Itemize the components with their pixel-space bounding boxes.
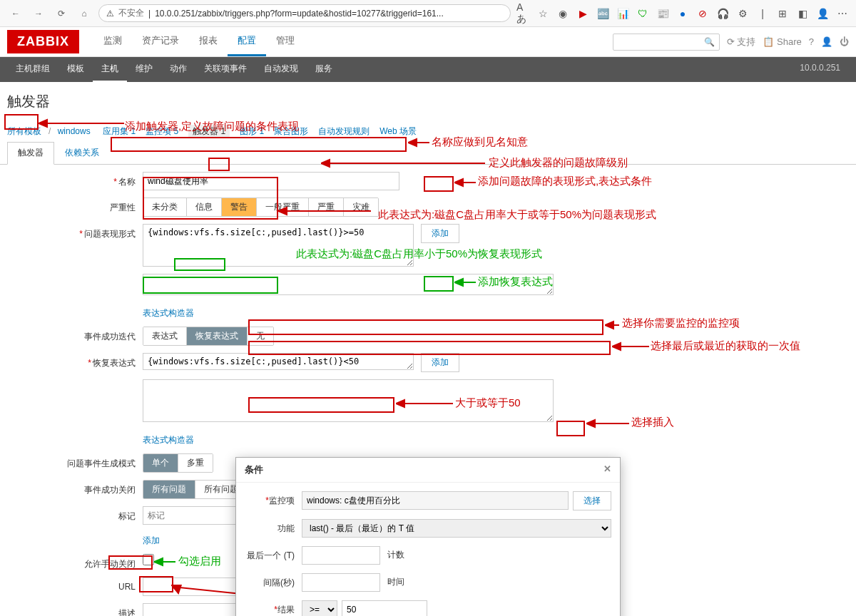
modal-interval-input[interactable] [302,573,380,592]
modal-time-label: 时间 [384,573,404,592]
reader-icon[interactable]: Aあ [516,7,529,20]
tag-label: 标记 [7,506,143,523]
severity-info[interactable]: 信息 [187,198,222,216]
menu-admin[interactable]: 管理 [266,27,305,56]
severity-group: 未分类 信息 警告 一般严重 严重 灾难 [143,197,379,217]
problem-expr-input[interactable] [143,224,414,267]
ext-icon-3[interactable]: ● [676,7,689,20]
crumb-triggers[interactable]: 触发器 1 [188,125,230,138]
problem-gen-single[interactable]: 单个 [143,454,178,472]
condition-modal: 条件 ✕ *监控项 选择 功能 last() - 最后（最近）的 T 值 最后一… [235,457,621,616]
breadcrumb: 所有模板/ windows 应用集 1 监控项 5 触发器 1 图形 1 聚合图… [0,121,856,142]
modal-item-input[interactable] [302,491,569,510]
sub-menu: 主机群组 模板 主机 维护 动作 关联项事件 自动发现 服务 10.0.0.25… [0,57,856,82]
favorite-icon[interactable]: ☆ [536,7,549,20]
menu-config[interactable]: 配置 [228,27,266,56]
help-icon[interactable]: ? [809,36,814,47]
submenu-hosts[interactable]: 主机 [93,57,127,82]
forward-button[interactable]: → [30,5,47,22]
modal-result-value[interactable] [342,600,427,616]
crumb-graphs[interactable]: 图形 1 [240,126,264,136]
event-iter-none[interactable]: 无 [248,327,273,345]
severity-average[interactable]: 一般严重 [257,198,309,216]
logout-icon[interactable]: ⏻ [840,36,849,47]
crumb-web[interactable]: Web 场景 [379,126,417,136]
submenu-discovery[interactable]: 自动发现 [255,57,307,82]
translate-icon[interactable]: 🔤 [596,7,609,20]
name-input[interactable] [143,172,399,190]
support-link[interactable]: ⟳ 支持 [727,36,756,48]
crumb-screens[interactable]: 聚合图形 [274,126,308,136]
problem-expr-extra[interactable] [143,274,554,295]
recovery-expr-input[interactable] [143,353,414,370]
expr-builder-link-2[interactable]: 表达式构造器 [143,431,194,446]
server-ip: 10.0.0.251 [791,57,849,82]
crumb-all-templates[interactable]: 所有模板 [7,126,41,136]
severity-disaster[interactable]: 灾难 [344,198,378,216]
zabbix-header: ZABBIX 监测 资产记录 报表 配置 管理 🔍 ⟳ 支持 📋 Share ?… [0,27,856,57]
crumb-applications[interactable]: 应用集 1 [103,126,136,136]
event-iter-group: 表达式 恢复表达式 无 [143,327,274,346]
ext-icon-new[interactable]: 📰 [656,7,669,20]
tag-add-link[interactable]: 添加 [143,532,160,547]
search-input[interactable]: 🔍 [613,34,720,51]
browser-toolbar: ← → ⟳ ⌂ ⚠ 不安全 | 10.0.0.251/zabbix/trigge… [0,0,856,27]
refresh-button[interactable]: ⟳ [53,5,70,22]
submenu-hostgroups[interactable]: 主机群组 [7,57,58,82]
crumb-discovery[interactable]: 自动发现规则 [318,126,370,136]
user-icon[interactable]: 👤 [821,36,832,47]
modal-result-op[interactable]: >= [302,600,337,616]
modal-result-label: *结果 [245,604,302,616]
url-separator: | [148,9,151,19]
severity-unclassified[interactable]: 未分类 [143,198,187,216]
modal-close-icon[interactable]: ✕ [603,463,611,476]
submenu-correlation[interactable]: 关联项事件 [195,57,255,82]
crumb-items[interactable]: 监控项 5 [146,126,178,136]
ext-icon-2[interactable]: 📊 [616,7,629,20]
event-iter-label: 事件成功迭代 [7,327,143,343]
add-expression-button[interactable]: 添加 [421,224,459,243]
address-bar[interactable]: ⚠ 不安全 | 10.0.0.251/zabbix/triggers.php?f… [98,4,511,22]
collections-icon[interactable]: ⊞ [776,7,789,20]
modal-func-label: 功能 [245,523,302,535]
ext-icon-7[interactable]: ◧ [796,7,809,20]
submenu-services[interactable]: 服务 [307,57,341,82]
problem-gen-multiple[interactable]: 多重 [178,454,213,472]
add-recovery-button[interactable]: 添加 [421,353,459,372]
more-icon[interactable]: ⋯ [836,7,849,20]
event-close-all[interactable]: 所有问题 [143,481,195,498]
recovery-expr-extra[interactable] [143,379,554,422]
modal-interval-label: 间隔(秒) [245,577,302,589]
ext-icon-6[interactable]: ⚙ [736,7,749,20]
event-iter-recovery[interactable]: 恢复表达式 [187,327,248,345]
submenu-maintenance[interactable]: 维护 [127,57,161,82]
modal-last-t-input[interactable] [302,546,380,565]
youtube-icon[interactable]: ▶ [576,7,589,20]
severity-high[interactable]: 严重 [309,198,344,216]
submenu-templates[interactable]: 模板 [58,57,93,82]
url-label: URL [7,578,143,592]
tab-trigger[interactable]: 触发器 [7,142,54,165]
event-iter-expr[interactable]: 表达式 [143,327,187,345]
modal-func-select[interactable]: last() - 最后（最近）的 T 值 [302,519,611,538]
ext-icon-1[interactable]: ◉ [556,7,569,20]
menu-monitor[interactable]: 监测 [93,27,132,56]
back-button[interactable]: ← [7,5,24,22]
severity-warning[interactable]: 警告 [222,198,257,216]
profile-icon[interactable]: 👤 [816,7,829,20]
home-button[interactable]: ⌂ [76,5,93,22]
menu-inventory[interactable]: 资产记录 [132,27,189,56]
ext-icon-4[interactable]: ⊘ [696,7,709,20]
modal-select-button[interactable]: 选择 [573,491,611,510]
menu-reports[interactable]: 报表 [189,27,228,56]
share-link[interactable]: 📋 Share [763,36,801,47]
manual-close-checkbox[interactable] [143,554,154,565]
submenu-actions[interactable]: 动作 [161,57,195,82]
ext-icon-5[interactable]: 🎧 [716,7,729,20]
crumb-windows[interactable]: windows [58,126,91,136]
expr-builder-link[interactable]: 表达式构造器 [143,304,194,319]
tab-dependencies[interactable]: 依赖关系 [54,142,110,164]
zabbix-logo[interactable]: ZABBIX [7,30,79,53]
modal-title: 条件 [245,463,263,476]
shield-icon[interactable]: 🛡 [636,7,649,20]
